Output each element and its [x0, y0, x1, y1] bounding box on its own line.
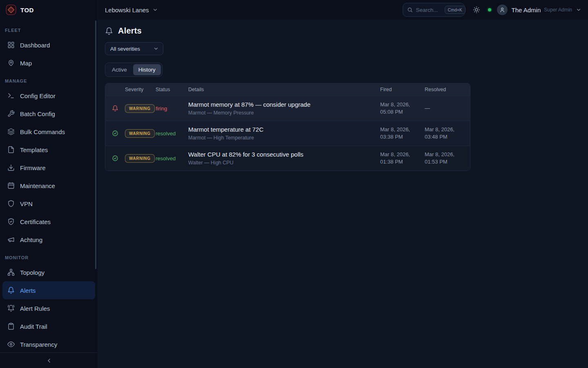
nav-label: VPN — [20, 200, 33, 207]
severity-badge: WARNING — [125, 104, 155, 113]
alerts-bell-icon — [105, 27, 113, 35]
download-icon — [7, 164, 15, 171]
nav-section-manage: MANAGE — [0, 72, 98, 87]
search-input[interactable] — [416, 7, 441, 13]
sidebar-item-firmware[interactable]: Firmware — [2, 159, 95, 177]
shield-icon — [7, 200, 15, 207]
nav-label: Maintenance — [20, 182, 55, 189]
theme-toggle-button[interactable] — [473, 6, 480, 13]
sidebar-item-bulk-commands[interactable]: Bulk Commands — [2, 123, 95, 141]
sidebar-item-vpn[interactable]: VPN — [2, 195, 95, 213]
brand: TOD — [0, 0, 98, 20]
sidebar-nav: FLEET Dashboard Map MANAGE Config Editor… — [0, 20, 98, 352]
nav-section-monitor: MONITOR — [0, 249, 98, 263]
brand-logo-icon — [6, 4, 16, 15]
sun-icon — [473, 6, 480, 13]
nav-label: Certificates — [20, 218, 51, 225]
chevron-down-icon — [576, 7, 581, 13]
sidebar-item-topology[interactable]: Topology — [2, 263, 95, 281]
chevron-down-icon — [153, 46, 159, 52]
topbar: Lebowski Lanes Cmd+K The Admin Super Adm… — [98, 0, 588, 20]
avatar — [497, 4, 508, 15]
alert-title: Walter CPU at 82% for 3 consecutive poll… — [188, 151, 380, 158]
alert-title: Marmot memory at 87% — consider upgrade — [188, 101, 380, 108]
wrench-icon — [7, 110, 15, 117]
fired-time: Mar 8, 2026, 01:38 PM — [380, 151, 425, 165]
sidebar-footer — [0, 352, 98, 368]
column-header-details: Details — [188, 87, 380, 92]
sidebar-item-audit-trail[interactable]: Audit Trail — [2, 317, 95, 335]
sidebar-item-config-editor[interactable]: Config Editor — [2, 87, 95, 105]
user-name: The Admin — [512, 7, 541, 13]
severity-filter-value: All severities — [110, 46, 140, 52]
status-text: firing — [156, 105, 167, 112]
org-selector[interactable]: Lebowski Lanes — [105, 7, 158, 13]
calendar-icon — [7, 182, 15, 189]
resolved-time: Mar 8, 2026, 01:53 PM — [425, 151, 470, 165]
fired-time: Mar 8, 2026, 05:08 PM — [380, 101, 425, 115]
eye-icon — [7, 341, 15, 348]
page-title-row: Alerts — [105, 26, 588, 36]
alert-row[interactable]: WARNING resolved Walter CPU at 82% for 3… — [105, 146, 470, 171]
alerts-tabs: Active History — [105, 63, 163, 77]
user-menu[interactable]: The Admin Super Admin — [497, 4, 581, 15]
alert-title: Marmot temperature at 72C — [188, 126, 380, 133]
sidebar: TOD FLEET Dashboard Map MANAGE Config Ed… — [0, 0, 98, 368]
main-column: Lebowski Lanes Cmd+K The Admin Super Adm… — [98, 0, 588, 368]
search-box[interactable]: Cmd+K — [403, 3, 465, 17]
severity-badge: WARNING — [125, 129, 155, 138]
column-header-status: Status — [156, 87, 188, 92]
nav-label: Transparency — [20, 341, 57, 348]
resolved-time: — — [425, 105, 470, 112]
severity-filter-select[interactable]: All severities — [105, 42, 163, 55]
sidebar-scrollbar[interactable] — [95, 20, 96, 269]
sidebar-item-achtung[interactable]: Achtung — [2, 231, 95, 249]
alert-subtitle: Walter — High CPU — [188, 160, 380, 166]
sidebar-item-certificates[interactable]: Certificates — [2, 213, 95, 231]
fired-time: Mar 8, 2026, 03:38 PM — [380, 126, 425, 140]
dashboard-grid-icon — [7, 41, 15, 49]
column-header-fired: Fired — [380, 87, 425, 92]
brand-name: TOD — [20, 7, 34, 13]
bell-ring-icon — [7, 305, 15, 312]
page-title: Alerts — [118, 26, 142, 36]
table-header-row: Severity Status Details Fired Resolved — [105, 83, 470, 96]
clipboard-icon — [7, 323, 15, 330]
status-text: resolved — [156, 130, 176, 137]
user-role: Super Admin — [544, 7, 572, 13]
terminal-icon — [7, 92, 15, 99]
sidebar-collapse-button[interactable] — [44, 356, 54, 366]
org-name: Lebowski Lanes — [105, 7, 149, 13]
topbar-right: Cmd+K The Admin Super Admin — [403, 3, 581, 17]
network-icon — [7, 269, 15, 276]
sidebar-item-transparency[interactable]: Transparency — [2, 335, 95, 352]
sidebar-item-templates[interactable]: Templates — [2, 141, 95, 159]
tab-history[interactable]: History — [133, 64, 161, 75]
sidebar-item-maintenance[interactable]: Maintenance — [2, 177, 95, 195]
nav-label: Config Editor — [20, 92, 56, 99]
sidebar-item-dashboard[interactable]: Dashboard — [2, 36, 95, 54]
alerts-table: Severity Status Details Fired Resolved W… — [105, 83, 470, 171]
bell-alert-icon — [112, 105, 118, 112]
tab-active[interactable]: Active — [107, 64, 132, 75]
sidebar-item-alerts[interactable]: Alerts — [2, 281, 95, 299]
sidebar-item-map[interactable]: Map — [2, 54, 95, 72]
search-icon — [407, 7, 413, 13]
alert-row[interactable]: WARNING firing Marmot memory at 87% — co… — [105, 96, 470, 121]
alert-subtitle: Marmot — Memory Pressure — [188, 110, 380, 116]
chevron-down-icon — [152, 7, 158, 13]
nav-label: Topology — [20, 269, 45, 276]
sidebar-item-alert-rules[interactable]: Alert Rules — [2, 299, 95, 317]
map-pin-icon — [7, 59, 15, 67]
severity-badge: WARNING — [125, 154, 155, 163]
chevron-left-icon — [46, 357, 52, 364]
status-text: resolved — [156, 155, 176, 162]
nav-label: Firmware — [20, 164, 46, 171]
nav-label: Bulk Commands — [20, 128, 65, 135]
sidebar-item-batch-config[interactable]: Batch Config — [2, 105, 95, 123]
nav-label: Alert Rules — [20, 305, 50, 312]
online-status-dot — [488, 8, 491, 11]
alert-row[interactable]: WARNING resolved Marmot temperature at 7… — [105, 121, 470, 146]
column-header-resolved: Resolved — [425, 87, 470, 92]
check-circle-icon — [112, 130, 118, 137]
